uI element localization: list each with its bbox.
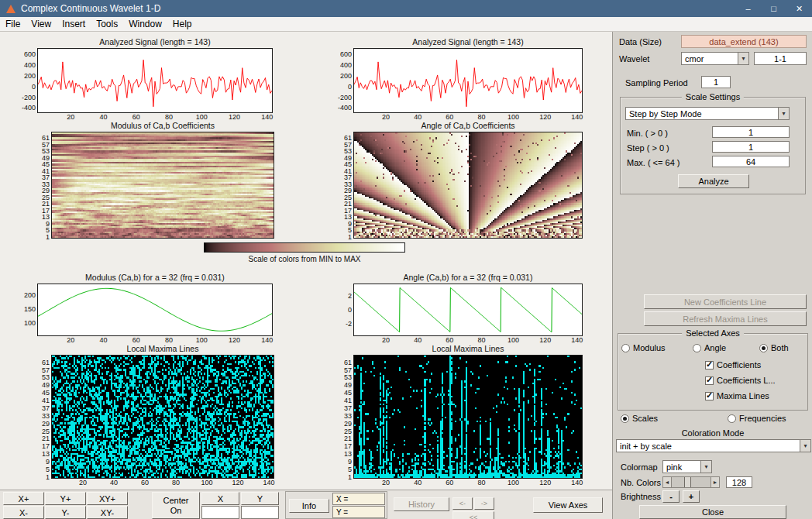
analyzed-signal-canvas[interactable]: [38, 49, 272, 112]
coloration-mode-dropdown[interactable]: init + by scale ▾: [616, 439, 811, 452]
y-tick-label: 21: [344, 435, 352, 442]
angle-heatmap-canvas[interactable]: [354, 132, 582, 238]
radio-label: Scales: [632, 414, 658, 423]
x-tick-label: 20: [67, 337, 74, 344]
y-tick-label: 21: [42, 435, 50, 442]
plot-local-maxima-right[interactable]: Local Maxima Lines 615753494541373329252…: [353, 355, 583, 479]
modulus-line-canvas[interactable]: [38, 284, 272, 335]
min-field[interactable]: 1: [712, 126, 790, 138]
close-window-button[interactable]: ✕: [786, 0, 812, 17]
coloration-mode-value: init + by scale: [617, 440, 800, 452]
minimize-button[interactable]: –: [735, 0, 761, 17]
scale-mode-dropdown[interactable]: Step by Step Mode ▾: [625, 107, 790, 120]
center-x-field[interactable]: [201, 506, 239, 519]
y-tick-label: -400: [22, 105, 36, 112]
plot-modulus-coefficients[interactable]: Modulus of Ca,b Coefficients 61575349454…: [51, 132, 274, 239]
view-axes-button[interactable]: View Axes: [533, 497, 603, 513]
new-coefficients-line-button[interactable]: New Coefficients Line: [644, 294, 807, 309]
plot-analyzed-signal-left[interactable]: Analyzed Signal (length = 143) 600400200…: [37, 48, 273, 113]
radio-frequencies[interactable]: Frequencies: [728, 414, 786, 423]
data-value-field: data_extend (143): [681, 35, 807, 48]
plot-modulus-line[interactable]: Modulus (Ca,b) for a = 32 (frq = 0.031) …: [37, 284, 273, 336]
x-tick-label: 80: [477, 114, 485, 121]
window-buttons: – □ ✕: [735, 0, 812, 17]
refresh-maxima-lines-button[interactable]: Refresh Maxima Lines: [644, 311, 807, 326]
x-tick-label: 140: [571, 337, 583, 344]
angle-line-canvas[interactable]: [354, 284, 582, 335]
x-tick-label: 60: [446, 337, 453, 344]
radio-label: Modulus: [633, 343, 666, 352]
wavelet-dropdown[interactable]: cmor ▾: [681, 52, 749, 65]
slider-right-arrow-icon[interactable]: ►: [710, 477, 719, 487]
radio-icon: [728, 414, 736, 423]
analyze-button[interactable]: Analyze: [678, 174, 749, 188]
sampling-period-field[interactable]: 1: [701, 76, 731, 88]
selected-axes-title: Selected Axes: [682, 328, 744, 338]
y-tick-label: 33: [344, 412, 352, 419]
chevron-down-icon: ▾: [778, 108, 789, 119]
max-label: Max. ( <= 64 ): [627, 158, 680, 167]
nb-colors-slider[interactable]: ◄ ►: [662, 476, 720, 488]
y-tick-label: -400: [338, 105, 352, 112]
analyzed-signal-canvas[interactable]: [354, 49, 582, 112]
x-tick-label: 40: [414, 337, 421, 344]
x-tick-label: 100: [508, 479, 519, 486]
zoom-button-x+[interactable]: X+: [3, 492, 44, 505]
zoom-button-y+[interactable]: Y+: [45, 492, 86, 505]
brightness-minus-button[interactable]: -: [662, 490, 680, 503]
plot-title: Modulus (Ca,b) for a = 32 (frq = 0.031): [7, 273, 303, 282]
zoom-button-xy+[interactable]: XY+: [87, 492, 128, 505]
center-y-field[interactable]: [241, 506, 279, 519]
slider-thumb[interactable]: [684, 477, 691, 487]
menu-file[interactable]: File: [0, 18, 26, 30]
max-field[interactable]: 64: [712, 156, 790, 167]
checkbox-maxima-lines[interactable]: Maxima Lines: [705, 391, 769, 400]
x-tick-label: 60: [446, 479, 453, 486]
radio-modulus[interactable]: Modulus: [621, 343, 666, 352]
center-on-button[interactable]: Center On: [152, 492, 200, 519]
radio-angle[interactable]: Angle: [693, 343, 726, 352]
maxima-canvas[interactable]: [52, 356, 274, 478]
menu-window[interactable]: Window: [123, 18, 167, 30]
brightness-plus-button[interactable]: +: [683, 490, 700, 503]
checkbox-coefficients[interactable]: Coefficients: [705, 360, 761, 369]
y-tick-label: 200: [24, 72, 36, 79]
radio-label: Angle: [704, 343, 726, 352]
x-coordinate-display: X =: [332, 493, 385, 505]
maximize-button[interactable]: □: [761, 0, 786, 17]
radio-both[interactable]: Both: [759, 343, 789, 352]
wavelet-param-field[interactable]: 1-1: [754, 52, 807, 65]
plot-analyzed-signal-right[interactable]: Analyzed Signal (length = 143) 600400200…: [353, 48, 583, 113]
menu-insert[interactable]: Insert: [57, 18, 91, 30]
radio-icon: [759, 344, 768, 352]
zoom-button-y-[interactable]: Y-: [45, 506, 86, 519]
checkbox-coefficients-l-[interactable]: Coefficients L...: [705, 376, 776, 385]
y-tick-label: 100: [24, 319, 36, 326]
modulus-heatmap-canvas[interactable]: [52, 132, 274, 238]
center-x-button[interactable]: X: [201, 492, 239, 505]
menu-tools[interactable]: Tools: [91, 18, 123, 30]
history-back-button[interactable]: <-: [452, 497, 473, 510]
history-rewind-button[interactable]: <<: [452, 511, 494, 519]
center-y-button[interactable]: Y: [241, 492, 279, 505]
y-tick-label: 61: [42, 359, 50, 366]
colormap-dropdown[interactable]: pink ▾: [662, 460, 712, 473]
close-panel-button[interactable]: Close: [639, 505, 786, 519]
history-forward-button[interactable]: ->: [474, 497, 494, 510]
x-tick-label: 40: [99, 337, 107, 344]
plot-angle-line[interactable]: Angle (Ca,b) for a = 32 (frq = 0.031) 20…: [353, 284, 583, 336]
slider-left-arrow-icon[interactable]: ◄: [663, 477, 672, 487]
info-button[interactable]: Info: [289, 499, 329, 513]
plot-local-maxima-left[interactable]: Local Maxima Lines 615753494541373329252…: [51, 355, 274, 479]
step-field[interactable]: 1: [712, 141, 790, 153]
maxima-canvas[interactable]: [354, 356, 582, 478]
zoom-button-xy-[interactable]: XY-: [87, 506, 128, 519]
zoom-button-x-[interactable]: X-: [3, 506, 44, 519]
x-tick-label: 20: [67, 114, 74, 121]
history-button[interactable]: History: [394, 497, 449, 511]
menu-view[interactable]: View: [26, 18, 57, 30]
menu-help[interactable]: Help: [167, 18, 198, 30]
nb-colors-field[interactable]: 128: [726, 476, 752, 488]
radio-scales[interactable]: Scales: [621, 414, 658, 423]
plot-angle-coefficients[interactable]: Angle of Ca,b Coefficients 6157534945413…: [353, 132, 583, 239]
